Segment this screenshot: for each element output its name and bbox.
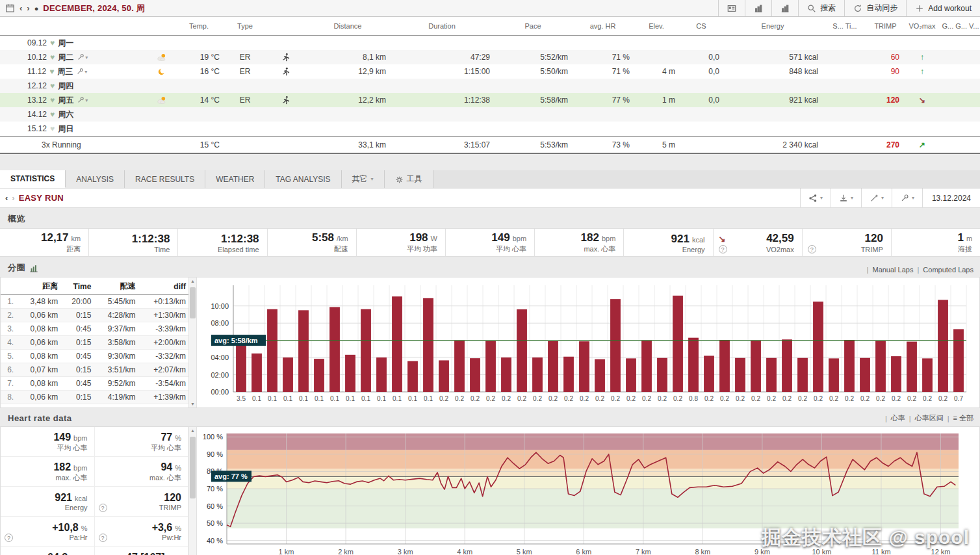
lap-row[interactable]: 3.0,08 km0:459:37/km-3:39/km (1, 322, 188, 336)
row-date[interactable]: 12.12 (27, 81, 47, 90)
tab-label: 工具 (407, 174, 422, 185)
heart-rate-chart[interactable]: 1 km2 km3 km4 km5 km6 km7 km8 km9 km10 k… (197, 427, 979, 555)
link-心率区间[interactable]: 心率区间 (915, 413, 944, 423)
lap-distance: 3,48 km (16, 295, 60, 309)
svg-text:0.2: 0.2 (892, 395, 901, 402)
share-button[interactable]: ▾ (800, 188, 831, 207)
lap-pace-chart[interactable]: 00:0002:0004:0006:0008:0010:003.50.10.10… (197, 278, 979, 407)
avg-hr-cell: 73 % (572, 140, 634, 149)
lap-row[interactable]: 8.0,06 km0:154:19/km+1:39/km (1, 391, 188, 404)
download-icon (839, 193, 848, 203)
link-全部[interactable]: ≡ 全部 (953, 413, 974, 423)
week-table-row[interactable]: 12.12♥周四 (0, 79, 980, 93)
overview-section-label: 概览 (0, 208, 980, 228)
view-card-button[interactable] (718, 0, 745, 16)
help-icon[interactable]: ? (719, 245, 727, 253)
monthly-chart-button[interactable] (771, 0, 798, 16)
edit-workout-button[interactable]: ▾ (77, 53, 88, 61)
stat-label: 平均 心率 (151, 443, 181, 453)
tab-analysis[interactable]: ANALYSIS (66, 170, 125, 188)
laps-col-header: Time (60, 278, 94, 295)
prev-week-button[interactable]: ‹ (19, 3, 22, 13)
lap-row[interactable]: 6.0,07 km0:153:51/km+2:07/km (1, 363, 188, 377)
stat-unit: bpm (513, 235, 526, 242)
row-date[interactable]: 11.12 (27, 67, 46, 76)
laps-scrollbar[interactable]: ▲ ▼ (188, 278, 197, 407)
week-table-row[interactable]: 11.12♥周三▾ 16 °C ER 12,9 km 1:15:00 5:50/… (0, 64, 980, 79)
week-table-row[interactable]: 10.12♥周二▾ 19 °C ER 8,1 km 47:29 5:52/km … (0, 50, 980, 64)
svg-text:0.2: 0.2 (876, 395, 885, 402)
activity-date[interactable]: 13.12.2024 (922, 188, 980, 207)
health-heart-icon[interactable]: ♥ (50, 53, 55, 62)
laps-chart-toggle-icon[interactable] (29, 263, 38, 273)
sport-cell[interactable] (266, 67, 305, 77)
lap-number: 2. (1, 309, 16, 322)
edit-workout-button[interactable]: ▾ (76, 68, 87, 75)
tab-工具[interactable]: 工具 (385, 170, 433, 188)
edit-workout-button[interactable]: ▾ (77, 96, 88, 104)
health-heart-icon[interactable]: ♥ (50, 96, 55, 105)
next-week-button[interactable]: › (27, 3, 29, 13)
hr-scrollbar[interactable]: ▲ ▼ (188, 427, 197, 555)
svg-text:0.2: 0.2 (517, 395, 526, 402)
health-heart-icon[interactable]: ♥ (50, 124, 55, 133)
week-table-row[interactable]: 09.12♥周一 (0, 36, 980, 50)
week-table-row[interactable]: 13.12♥周五▾ 14 °C ER 12,2 km 1:12:38 5:58/… (0, 93, 980, 107)
svg-text:0.2: 0.2 (471, 395, 480, 402)
health-heart-icon[interactable]: ♥ (50, 81, 55, 90)
wand-button[interactable]: ▾ (861, 188, 892, 207)
lap-row[interactable]: 7.0,08 km0:459:52/km-3:54/km (1, 377, 188, 391)
link-computed-laps[interactable]: Computed Laps (923, 266, 974, 274)
hr-stat-peak-epoc: 64,3ml/kg?Peak Epoc (1, 547, 95, 555)
scroll-up-icon[interactable]: ▲ (189, 428, 196, 433)
row-date[interactable]: 15.12 (27, 124, 47, 133)
help-icon[interactable]: ? (99, 534, 107, 542)
health-heart-icon[interactable]: ♥ (50, 110, 55, 119)
scroll-up-icon[interactable]: ▲ (189, 279, 196, 283)
hr-stat-max-heart-rate: 47 [167]bpm?max. Heart rate (95, 547, 189, 555)
help-icon[interactable]: ? (808, 245, 816, 253)
stat-unit: % (175, 464, 181, 472)
weekly-chart-button[interactable] (745, 0, 771, 16)
prev-activity-button[interactable]: ‹ (5, 193, 8, 203)
help-icon[interactable]: ? (5, 534, 13, 542)
vo2max-trend-icon: ↑ (903, 53, 941, 62)
lap-time: 0:15 (60, 336, 94, 350)
heart-rate-panel: 149bpm平均 心率77%平均 心率182bpmmax. 心率94%max. … (0, 426, 980, 555)
elev-cell: 4 m (634, 67, 679, 76)
link-manual-laps[interactable]: Manual Laps (872, 266, 913, 274)
lap-row[interactable]: 4.0,06 km0:153:58/km+2:00/km (1, 336, 188, 350)
health-heart-icon[interactable]: ♥ (49, 67, 54, 76)
wrench-button[interactable]: ▾ (892, 188, 922, 207)
download-button[interactable]: ▾ (831, 188, 861, 207)
lap-diff: -3:54/km (138, 377, 188, 391)
sport-cell[interactable] (266, 96, 305, 105)
scroll-down-icon[interactable]: ▼ (189, 402, 196, 406)
lap-row[interactable]: 1.3,48 km20:005:45/km+0:13/km (1, 295, 188, 309)
health-heart-icon[interactable]: ♥ (50, 38, 55, 47)
row-date[interactable]: 13.12 (27, 96, 47, 105)
tab-weather[interactable]: WEATHER (205, 170, 265, 188)
help-icon[interactable]: ? (99, 504, 107, 512)
tab-tag-analysis[interactable]: TAG ANALYSIS (265, 170, 341, 188)
link-心率[interactable]: 心率 (891, 413, 905, 423)
next-activity-button[interactable]: › (12, 193, 14, 203)
current-period-icon[interactable]: ● (34, 5, 39, 12)
stat-value: 120 (164, 492, 181, 504)
add-workout-button[interactable]: Add workout (906, 0, 980, 16)
tab-race-results[interactable]: RACE RESULTS (125, 170, 205, 188)
row-date[interactable]: 14.12 (27, 110, 47, 119)
search-button[interactable]: 搜索 (798, 0, 844, 16)
row-date[interactable]: 10.12 (27, 53, 47, 62)
tab-statistics[interactable]: STATISTICS (0, 170, 66, 188)
calendar-icon[interactable] (5, 3, 15, 13)
week-table-row[interactable]: 15.12♥周日 (0, 122, 980, 136)
row-date[interactable]: 09.12 (27, 38, 47, 47)
auto-sync-button[interactable]: 自动同步 (844, 0, 906, 16)
lap-row[interactable]: 2.0,06 km0:154:28/km+1:30/km (1, 309, 188, 322)
tab-其它[interactable]: 其它▾ (342, 170, 385, 188)
sport-cell[interactable] (266, 53, 305, 62)
week-table-row[interactable]: 14.12♥周六 (0, 107, 980, 122)
stat-label: Pa:Hr (69, 534, 87, 541)
lap-row[interactable]: 5.0,08 km0:459:30/km-3:32/km (1, 350, 188, 363)
